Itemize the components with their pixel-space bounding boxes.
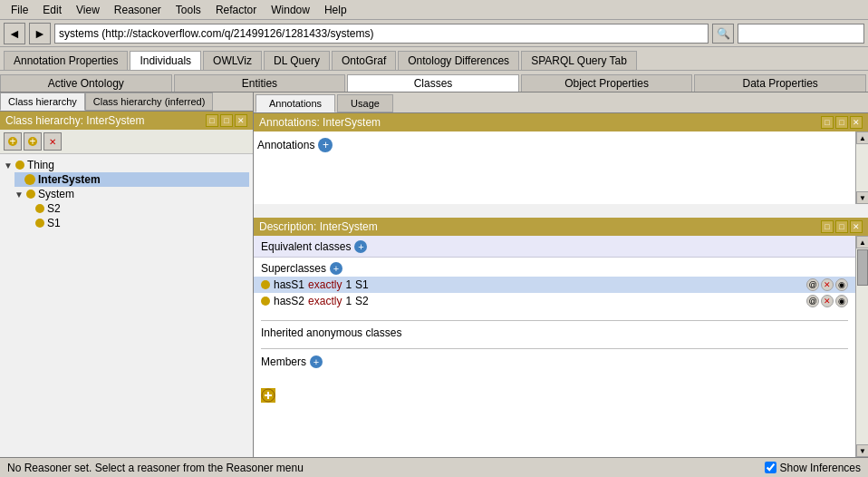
- tree-item-s1[interactable]: S1: [25, 216, 249, 230]
- hass1-action-2[interactable]: ◉: [835, 278, 848, 291]
- tree-item-thing[interactable]: ▼ Thing: [4, 158, 249, 172]
- arrow-down-icon-system: ▼: [14, 190, 24, 200]
- menu-window[interactable]: Window: [264, 2, 317, 18]
- description-header: Description: InterSystem □ □ ✕: [254, 218, 868, 236]
- menubar: File Edit View Reasoner Tools Refactor W…: [0, 0, 868, 20]
- description-panel: Description: InterSystem □ □ ✕ Equivalen…: [254, 218, 868, 457]
- tree-item-intersystem[interactable]: InterSystem: [14, 172, 249, 187]
- annotations-scrollbar[interactable]: ▲ ▼: [855, 131, 868, 204]
- hass2-action-2[interactable]: ◉: [835, 295, 848, 307]
- menu-edit[interactable]: Edit: [35, 2, 69, 18]
- description-scrollbar[interactable]: ▲ ▼: [855, 236, 868, 457]
- tab-annotations[interactable]: Annotations: [256, 94, 335, 112]
- s2-label: S2: [47, 202, 61, 215]
- url-bar[interactable]: [54, 24, 709, 44]
- hass2-class: S2: [355, 295, 369, 307]
- tree-item-s2[interactable]: S2: [25, 201, 249, 216]
- tab-annotation-properties[interactable]: Annotation Properties: [4, 51, 128, 70]
- system-label: System: [38, 188, 74, 200]
- menu-refactor[interactable]: Refactor: [208, 2, 264, 18]
- superclass-item-0[interactable]: hasS1 exactly 1 S1 @ ✕ ◉: [254, 277, 855, 293]
- system-icon: [26, 190, 35, 199]
- tabbar1: Annotation Properties Individuals OWLViz…: [0, 47, 868, 71]
- show-inferences-checkbox[interactable]: [765, 462, 776, 473]
- hass1-num: 1: [345, 278, 352, 291]
- left-header-btn2[interactable]: □: [220, 114, 233, 127]
- desc-scroll-up[interactable]: ▲: [856, 236, 868, 248]
- hass2-action-1[interactable]: @: [806, 295, 819, 307]
- desc-scroll-thumb[interactable]: [857, 249, 868, 286]
- tab-ontology-differences[interactable]: Ontology Differences: [398, 51, 519, 70]
- search-input[interactable]: [738, 24, 864, 44]
- add-equivalent-button[interactable]: +: [354, 240, 367, 253]
- hass1-keyword: exactly: [308, 278, 342, 291]
- scroll-up-arrow[interactable]: ▲: [856, 131, 868, 144]
- menu-tools[interactable]: Tools: [169, 2, 208, 18]
- desc-ctrl-1[interactable]: □: [821, 220, 834, 233]
- left-header-btn1[interactable]: □: [206, 114, 218, 127]
- left-panel-title: Class hierarchy: InterSystem: [5, 114, 144, 127]
- superclasses-label: Superclasses: [261, 262, 326, 275]
- main-area: Class hierarchy Class hierarchy (inferre…: [0, 92, 868, 457]
- tab-class-hierarchy[interactable]: Class hierarchy: [0, 92, 85, 111]
- inherited-row: Inherited anonymous classes: [254, 323, 855, 341]
- s1-icon: [35, 219, 44, 228]
- left-panel: Class hierarchy Class hierarchy (inferre…: [0, 92, 254, 457]
- desc-scroll-down[interactable]: ▼: [856, 444, 868, 457]
- annotations-ctrl-2[interactable]: □: [835, 116, 848, 129]
- menu-help[interactable]: Help: [317, 2, 354, 18]
- annotations-header: Annotations: InterSystem □ □ ✕: [254, 113, 868, 131]
- hass2-num: 1: [345, 295, 352, 307]
- tab-class-hierarchy-inferred[interactable]: Class hierarchy (inferred): [85, 92, 213, 111]
- left-panel-header: Class hierarchy: InterSystem □ □ ✕: [0, 112, 253, 130]
- s1-label: S1: [47, 217, 61, 229]
- tab-sparql[interactable]: SPARQL Query Tab: [521, 51, 637, 70]
- menu-file[interactable]: File: [4, 2, 35, 18]
- hass1-delete[interactable]: ✕: [821, 278, 834, 291]
- menu-reasoner[interactable]: Reasoner: [107, 2, 169, 18]
- tab-dl-query[interactable]: DL Query: [264, 51, 330, 70]
- tab-entities[interactable]: Entities: [174, 74, 346, 92]
- tree-item-system[interactable]: ▼ System: [14, 187, 249, 201]
- hass2-icon: [261, 297, 270, 306]
- add-sibling-button[interactable]: +: [24, 132, 42, 151]
- left-tabs: Class hierarchy Class hierarchy (inferre…: [0, 92, 253, 112]
- hass1-prop: hasS1: [274, 278, 304, 291]
- thing-icon: [15, 161, 24, 170]
- tab-classes[interactable]: Classes: [347, 74, 519, 92]
- equivalent-classes-label: Equivalent classes: [261, 240, 351, 253]
- hass2-actions: @ ✕ ◉: [806, 295, 848, 307]
- tab-usage[interactable]: Usage: [337, 94, 393, 112]
- annotations-header-controls: □ □ ✕: [821, 116, 863, 129]
- annotations-content-area: Annotations + ▲ ▼: [254, 131, 868, 204]
- bottom-add-button[interactable]: [261, 388, 275, 403]
- annotations-close[interactable]: ✕: [850, 116, 863, 129]
- add-superclass-button[interactable]: +: [330, 262, 342, 275]
- intersystem-label: InterSystem: [38, 173, 101, 186]
- tab-ontograf[interactable]: OntoGraf: [332, 51, 396, 70]
- menu-view[interactable]: View: [69, 2, 107, 18]
- add-annotation-button[interactable]: +: [318, 138, 333, 152]
- delete-class-button[interactable]: ✕: [43, 132, 62, 151]
- tab-object-properties[interactable]: Object Properties: [521, 74, 693, 92]
- search-icon[interactable]: 🔍: [712, 24, 734, 44]
- back-button[interactable]: ◄: [4, 23, 25, 44]
- tab-owlviz[interactable]: OWLViz: [203, 51, 262, 70]
- annotations-ctrl-1[interactable]: □: [821, 116, 834, 129]
- superclass-item-1[interactable]: hasS2 exactly 1 S2 @ ✕ ◉: [254, 293, 855, 309]
- members-divider: [261, 348, 848, 349]
- tab-active-ontology[interactable]: Active Ontology: [0, 74, 172, 92]
- hass2-delete[interactable]: ✕: [821, 295, 834, 307]
- right-panel: Annotations Usage Annotations: InterSyst…: [254, 92, 868, 457]
- tab-data-properties[interactable]: Data Properties: [694, 74, 866, 92]
- left-header-close[interactable]: ✕: [235, 114, 247, 127]
- add-subclass-button[interactable]: +: [4, 132, 22, 151]
- tab-individuals[interactable]: Individuals: [130, 51, 201, 70]
- tabbar2: Active Ontology Entities Classes Object …: [0, 71, 868, 92]
- hass1-action-1[interactable]: @: [806, 278, 819, 291]
- scroll-down-arrow[interactable]: ▼: [856, 191, 868, 204]
- desc-ctrl-2[interactable]: □: [835, 220, 848, 233]
- forward-button[interactable]: ►: [29, 23, 51, 44]
- desc-close[interactable]: ✕: [850, 220, 863, 233]
- add-member-button[interactable]: +: [310, 355, 323, 368]
